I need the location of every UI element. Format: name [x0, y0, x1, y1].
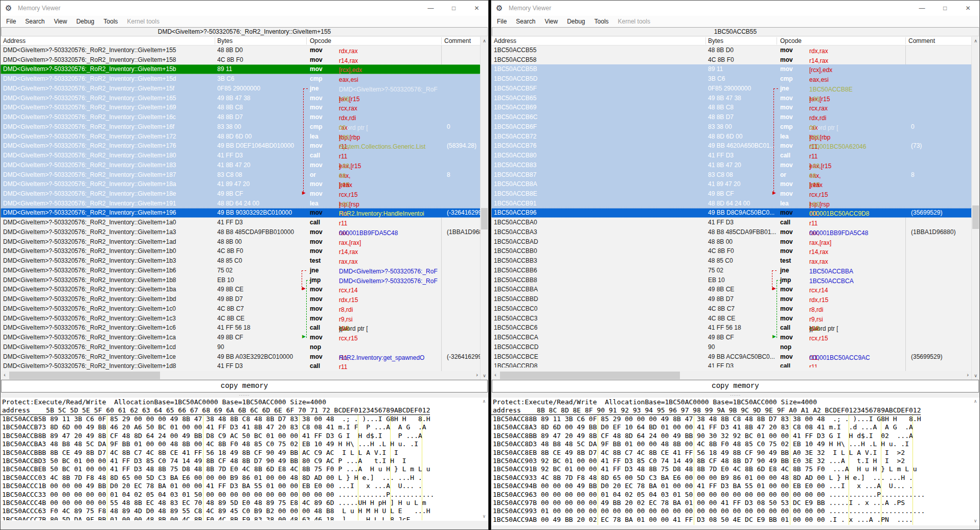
disasm-row[interactable]: 1BC50ACCBB8EB 10jmp1BC50ACCBCA [491, 275, 972, 285]
minimize-button[interactable]: — [419, 1, 442, 16]
disasm-row[interactable]: 1BC50ACCB584C 8B F0movr14,rax [491, 55, 972, 65]
disasm-row[interactable]: 1BC50ACCBBA49 8B CEmovrcx,r14▶ [491, 285, 972, 294]
maximize-button[interactable]: □ [442, 1, 465, 16]
hex-row[interactable]: 1BC50ACC8A3 8D 6D 00 49 BB D0 EF 10 64 B… [493, 423, 979, 431]
disasm-row[interactable]: DMD<GiveItem>?-503320576:_RoR2_Inventory… [1, 170, 481, 180]
hex-row[interactable]: 1BC50ACCBA3 48 B8 48 5C DA 9F BB 01 00 0… [2, 440, 488, 448]
address-bar-field[interactable]: DMD<GiveItem>?-503320576:_RoR2_Inventory… [1, 27, 488, 36]
disasm-row[interactable]: DMD<GiveItem>?-503320576:_RoR2_Inventory… [1, 199, 481, 209]
disasm-row[interactable]: 1BC50ACCBBD49 8B D7movrdx,r15 [491, 294, 972, 304]
disasm-row[interactable]: DMD<GiveItem>?-503320576:_RoR2_Inventory… [1, 361, 481, 371]
menu-view[interactable]: View [49, 17, 72, 26]
menu-search[interactable]: Search [20, 17, 49, 26]
hex-row[interactable]: 1BC50ACCC63 F0 4C 89 75 F8 48 89 4D D0 4… [2, 507, 488, 515]
hex-row[interactable]: 1BC50ACC91B 92 BC 01 00 00 41 FF D3 48 8… [493, 465, 979, 473]
address-bar[interactable]: 1BC50ACCB55 [491, 27, 979, 37]
hex-row[interactable]: 1BC50ACC88B 89 11 3B C6 0F 85 29 00 00 0… [493, 415, 979, 423]
disasm-row[interactable]: DMD<GiveItem>?-503320576:_RoR2_Inventory… [1, 256, 481, 266]
scroll-down-icon[interactable]: ∨ [972, 372, 979, 380]
disasm-row[interactable]: DMD<GiveItem>?-503320576:_RoR2_Inventory… [1, 160, 481, 170]
menu-debug[interactable]: Debug [72, 17, 99, 26]
hex-scrollbar[interactable]: ∧ ∨ [972, 398, 979, 525]
menu-view[interactable]: View [540, 17, 562, 26]
disasm-row[interactable]: 1BC50ACCBC641 FF 56 18callqword ptr [r14… [491, 323, 972, 333]
disasm-row[interactable]: DMD<GiveItem>?-503320576:_RoR2_Inventory… [1, 294, 481, 304]
disasm-row[interactable]: 1BC50ACCBB348 85 C0testrax,rax [491, 256, 972, 266]
hex-view[interactable]: Protect:Execute/Read/Write AllocationBas… [491, 398, 979, 525]
disasm-row[interactable]: DMD<GiveItem>?-503320576:_RoR2_Inventory… [1, 189, 481, 199]
disasm-row[interactable]: DMD<GiveItem>?-503320576:_RoR2_Inventory… [1, 285, 481, 294]
disasm-row[interactable]: 1BC50ACCB7649 BB 4620A650BC01...movr11,0… [491, 141, 972, 151]
disasm-row[interactable]: DMD<GiveItem>?-503320576:_RoR2_Inventory… [1, 352, 481, 362]
disasm-row[interactable]: 1BC50ACCB8341 8B 47 20moveax,[r15+20] [491, 160, 972, 170]
disasm-row[interactable]: 1BC50ACCBCE49 BB ACC9AC50BC0...movr11,00… [491, 352, 972, 362]
disasm-row[interactable]: 1BC50ACCBC34C 8B CEmovr9,rsi [491, 314, 972, 324]
hex-row[interactable]: 1BC50ACC8D3 48 B8 48 5C DA 9F BB 01 00 0… [493, 440, 979, 448]
vertical-scrollbar-thumb[interactable] [972, 205, 979, 229]
disasm-row[interactable]: 1BC50ACCB5F0F85 29000000jne1BC50ACCB8E [491, 84, 972, 94]
disasm-row[interactable]: 1BC50ACCBB04C 8B F0movr14,rax [491, 246, 972, 256]
hex-rows[interactable]: 1BC50ACCB5B 89 11 3B C6 0F 85 29 00 00 0… [1, 415, 488, 520]
hex-row[interactable]: 1BC50ACCC1B 00 00 00 49 BB D0 20 EC 78 B… [2, 482, 488, 490]
disasm-row[interactable]: 1BC50ACCB6948 8B C8movrcx,rax [491, 103, 972, 112]
hex-row[interactable]: 1BC50ACC8EB 8B CE 49 8B D7 4C 8B C7 4C 8… [493, 449, 979, 457]
titlebar[interactable]: ⚙ Memory Viewer — □ ✕ [1, 1, 488, 16]
horizontal-scrollbar-thumb[interactable] [500, 372, 680, 379]
vertical-scrollbar[interactable]: ∧ ∨ [971, 37, 979, 380]
disasm-row[interactable]: DMD<GiveItem>?-503320576:_RoR2_Inventory… [1, 112, 481, 122]
disasm-row[interactable]: 1BC50ACCB5B89 11mov[rcx],edx [491, 64, 972, 74]
disasm-row[interactable]: DMD<GiveItem>?-503320576:_RoR2_Inventory… [1, 141, 481, 151]
scroll-down-icon[interactable]: ∨ [972, 518, 979, 523]
scroll-up-icon[interactable]: ∧ [481, 399, 488, 404]
maximize-button[interactable]: □ [933, 1, 956, 16]
address-bar-field[interactable]: 1BC50ACCB55 [492, 27, 979, 36]
disasm-row[interactable]: 1BC50ACCBD841 FF D3callr11 [491, 361, 972, 367]
disasm-row[interactable]: 1BC50ACCB9148 8D 64 24 00learsp,[rsp+00] [491, 199, 972, 209]
hex-row[interactable]: 1BC50ACC963 00 00 00 00 00 01 04 02 05 0… [493, 491, 979, 499]
disasm-row[interactable]: 1BC50ACCBCD90nop [491, 342, 972, 352]
disasm-row[interactable]: 1BC50ACCB7248 8D 6D 00learbp,[rbp+00] [491, 132, 972, 142]
disasm-row[interactable]: DMD<GiveItem>?-503320576:_RoR2_Inventory… [1, 151, 481, 160]
disasm-row[interactable]: 1BC50ACCBC04C 8B C7movr8,rdi [491, 304, 972, 314]
scroll-up-icon[interactable]: ∧ [972, 399, 979, 404]
scroll-up-icon[interactable]: ∧ [972, 37, 979, 45]
horizontal-scrollbar[interactable]: ‹ › [1, 371, 481, 380]
disasm-row[interactable]: DMD<GiveItem>?-503320576:_RoR2_Inventory… [1, 246, 481, 256]
hex-row[interactable]: 1BC50ACC8BB 89 47 20 49 8B CF 48 8D 64 2… [493, 432, 979, 440]
disasm-row[interactable]: DMD<GiveItem>?-503320576:_RoR2_Inventory… [1, 122, 481, 132]
hex-row[interactable]: 1BC50ACCBD3 50 BC 01 00 00 41 FF D3 85 C… [2, 457, 488, 465]
disasm-row[interactable]: 1BC50ACCB6F83 38 00cmpdword ptr [rax],00… [491, 122, 972, 132]
hex-row[interactable]: 1BC50ACCB73 8D 6D 00 49 BB 46 20 A6 50 B… [2, 423, 488, 431]
menu-kernel-tools[interactable]: Kernel tools [613, 17, 655, 26]
disasm-row[interactable]: DMD<GiveItem>?-503320576:_RoR2_Inventory… [1, 132, 481, 142]
disasm-row[interactable]: DMD<GiveItem>?-503320576:_RoR2_Inventory… [1, 45, 481, 55]
menu-tools[interactable]: Tools [99, 17, 123, 26]
disasm-row[interactable]: 1BC50ACCB8A41 89 47 20mov[r15+20],eax [491, 179, 972, 189]
disasm-row[interactable]: 1BC50ACCB6C48 8B D7movrdx,rdi [491, 112, 972, 122]
disasm-row[interactable]: 1BC50ACCB8783 C8 08oreax,088 [491, 170, 972, 180]
disasm-row[interactable]: DMD<GiveItem>?-503320576:_RoR2_Inventory… [1, 304, 481, 314]
copy-memory-button[interactable]: copy memory [492, 380, 979, 393]
disasm-row[interactable]: DMD<GiveItem>?-503320576:_RoR2_Inventory… [1, 314, 481, 324]
close-button[interactable]: ✕ [956, 1, 979, 16]
menu-file[interactable]: File [2, 17, 20, 26]
menu-tools[interactable]: Tools [590, 17, 613, 26]
hex-row[interactable]: 1BC50ACCC03 4C 8B 7D F8 48 8D 65 00 5D C… [2, 474, 488, 482]
hex-row[interactable]: 1BC50ACC9AB 00 49 BB 20 02 EC 78 BA 01 0… [493, 516, 979, 524]
titlebar[interactable]: ⚙ Memory Viewer — □ ✕ [491, 1, 979, 16]
hex-row[interactable]: 1BC50ACC97B 00 00 00 00 00 49 BB 20 02 E… [493, 499, 979, 507]
disasm-row[interactable]: 1BC50ACCBB675 02jne1BC50ACCBBA [491, 266, 972, 275]
disasm-row[interactable]: 1BC50ACCBCA49 8B CFmovrcx,r15▶ [491, 333, 972, 342]
hex-row[interactable]: 1BC50ACCC4B 00 00 00 00 00 55 48 8B EC 4… [2, 499, 488, 507]
hex-row[interactable]: 1BC50ACC993 01 00 00 00 00 00 00 00 00 0… [493, 507, 979, 515]
menu-debug[interactable]: Debug [562, 17, 589, 26]
minimize-button[interactable]: — [910, 1, 933, 16]
hex-row[interactable]: 1BC50ACCB5B 89 11 3B C6 0F 85 29 00 00 0… [2, 415, 488, 423]
menu-file[interactable]: File [492, 17, 511, 26]
close-button[interactable]: ✕ [465, 1, 488, 16]
disasm-row[interactable]: DMD<GiveItem>?-503320576:_RoR2_Inventory… [1, 275, 481, 285]
disasm-row[interactable]: DMD<GiveItem>?-503320576:_RoR2_Inventory… [1, 64, 481, 74]
menu-kernel-tools[interactable]: Kernel tools [123, 17, 164, 26]
disasm-row[interactable]: DMD<GiveItem>?-503320576:_RoR2_Inventory… [1, 218, 481, 227]
horizontal-scrollbar[interactable]: ‹ › [491, 371, 972, 380]
